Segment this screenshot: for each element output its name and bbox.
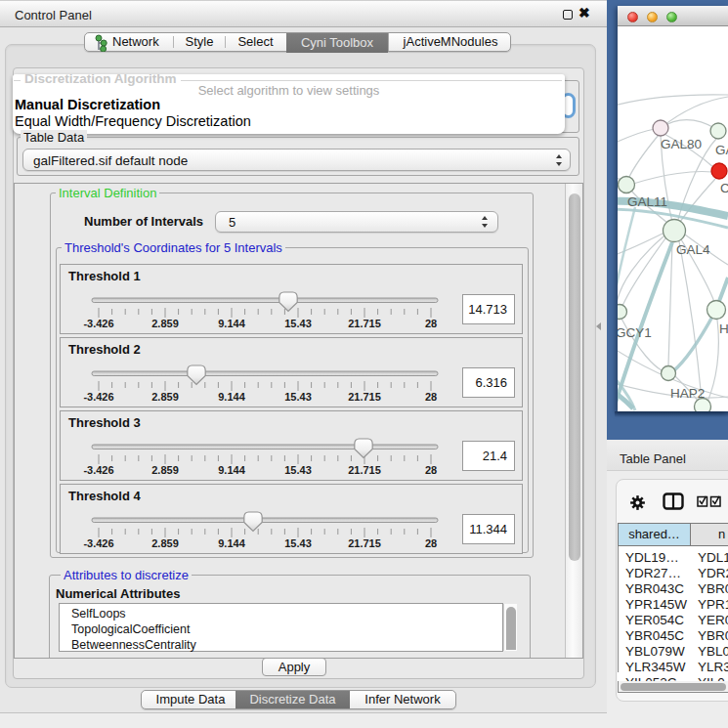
svg-text:21.715: 21.715 — [348, 318, 381, 329]
svg-text:-3.426: -3.426 — [83, 464, 113, 476]
svg-text:28: 28 — [425, 318, 437, 329]
svg-text:GAL4: GAL4 — [676, 242, 710, 257]
svg-text:21.715: 21.715 — [348, 391, 381, 403]
svg-text:HAP2: HAP2 — [670, 386, 705, 401]
svg-text:9.144: 9.144 — [218, 464, 245, 476]
svg-text:9.144: 9.144 — [218, 537, 245, 549]
svg-text:GAL11: GAL11 — [627, 194, 667, 209]
svg-text:9.144: 9.144 — [218, 318, 245, 329]
svg-text:C: C — [720, 181, 728, 195]
svg-text:GA: GA — [715, 143, 728, 157]
svg-text:15.43: 15.43 — [284, 464, 312, 476]
svg-text:-3.426: -3.426 — [83, 391, 113, 403]
svg-text:GCY1: GCY1 — [618, 325, 652, 340]
svg-text:15.43: 15.43 — [284, 537, 312, 549]
svg-text:15.43: 15.43 — [284, 391, 312, 403]
svg-text:28: 28 — [425, 391, 437, 403]
svg-text:15.43: 15.43 — [284, 318, 312, 329]
svg-text:28: 28 — [425, 464, 437, 476]
svg-text:28: 28 — [425, 537, 437, 549]
svg-text:2.859: 2.859 — [151, 391, 179, 403]
svg-text:-3.426: -3.426 — [83, 318, 113, 329]
svg-text:2.859: 2.859 — [151, 464, 179, 476]
svg-text:2.859: 2.859 — [151, 537, 179, 549]
svg-text:21.715: 21.715 — [348, 537, 381, 549]
svg-text:21.715: 21.715 — [348, 464, 381, 476]
svg-text:GAL80: GAL80 — [661, 137, 702, 151]
svg-text:H: H — [719, 321, 728, 336]
svg-text:-3.426: -3.426 — [83, 537, 113, 549]
svg-text:2.859: 2.859 — [151, 318, 179, 329]
svg-text:9.144: 9.144 — [218, 391, 245, 403]
